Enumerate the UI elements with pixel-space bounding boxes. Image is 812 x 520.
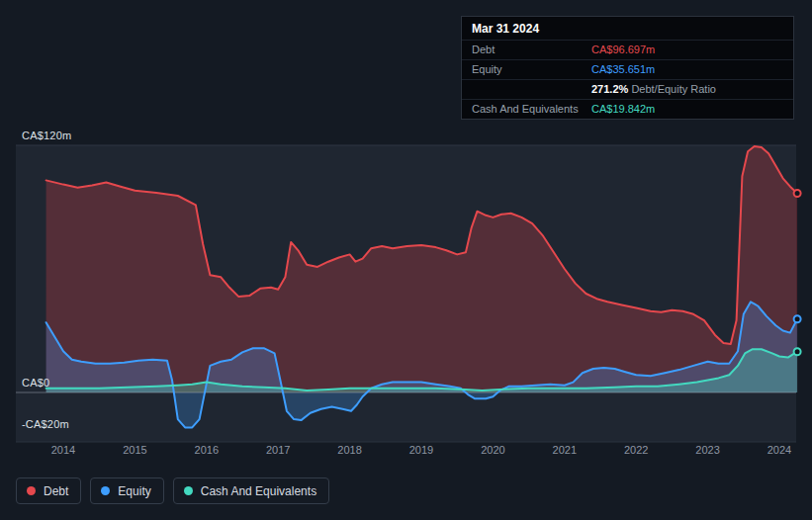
x-axis-label-2014: 2014	[42, 444, 85, 456]
legend-item-cash[interactable]: Cash And Equivalents	[173, 477, 329, 504]
debt-endpoint-marker	[794, 190, 801, 197]
legend: Debt Equity Cash And Equivalents	[16, 477, 329, 504]
debt-legend-label: Debt	[44, 484, 68, 498]
x-axis-label-2021: 2021	[543, 444, 586, 456]
x-axis-label-2015: 2015	[113, 444, 156, 456]
tooltip-row-debt: Debt CA$96.697m	[462, 40, 793, 59]
tooltip-equity-value: CA$35.651m	[591, 63, 655, 76]
tooltip-ratio: 271.2% Debt/Equity Ratio	[591, 83, 716, 96]
equity-endpoint-marker	[794, 315, 801, 322]
x-axis-label-2018: 2018	[328, 444, 372, 456]
equity-legend-label: Equity	[118, 484, 150, 498]
tooltip-ratio-label: Debt/Equity Ratio	[631, 83, 716, 95]
x-axis-label-2017: 2017	[256, 444, 300, 456]
tooltip-row-ratio: 271.2% Debt/Equity Ratio	[462, 79, 793, 99]
tooltip-equity-label: Equity	[472, 63, 591, 76]
tooltip: Mar 31 2024 Debt CA$96.697m Equity CA$35…	[461, 16, 794, 120]
debt-equity-history-chart: CA$120mCA$0-CA$20m 201420152016201720182…	[0, 0, 812, 520]
x-axis-label-2016: 2016	[185, 444, 228, 456]
tooltip-row-equity: Equity CA$35.651m	[462, 59, 793, 79]
x-axis-label-2020: 2020	[471, 444, 514, 456]
cash-legend-dot	[184, 486, 193, 495]
tooltip-row-cash: Cash And Equivalents CA$19.842m	[462, 99, 793, 119]
tooltip-cash-value: CA$19.842m	[591, 103, 655, 116]
x-axis-label-2019: 2019	[400, 444, 443, 456]
tooltip-date: Mar 31 2024	[462, 17, 793, 40]
x-axis-label-2023: 2023	[686, 444, 730, 456]
y-axis-label-0: CA$0	[22, 377, 49, 390]
tooltip-debt-label: Debt	[472, 43, 591, 56]
equity-legend-dot	[101, 486, 110, 495]
y-axis-label-120: CA$120m	[22, 130, 71, 142]
legend-item-equity[interactable]: Equity	[90, 477, 163, 504]
debt-legend-dot	[27, 486, 36, 495]
x-axis-label-2024: 2024	[758, 444, 801, 456]
x-axis-label-2022: 2022	[614, 444, 658, 456]
cash-legend-label: Cash And Equivalents	[201, 484, 316, 498]
legend-item-debt[interactable]: Debt	[16, 477, 81, 504]
tooltip-ratio-value: 271.2%	[591, 83, 628, 95]
cash-endpoint-marker	[794, 348, 801, 355]
y-axis-label--20: -CA$20m	[22, 418, 69, 431]
tooltip-cash-label: Cash And Equivalents	[472, 103, 591, 116]
tooltip-debt-value: CA$96.697m	[591, 43, 655, 56]
